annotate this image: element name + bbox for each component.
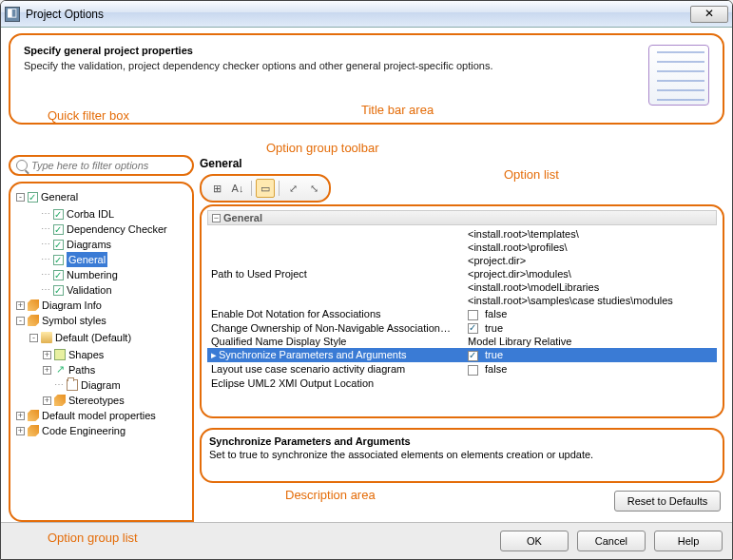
tree-node[interactable]: ⋯Diagrams [29, 237, 111, 252]
option-value[interactable]: true [464, 348, 717, 362]
option-value[interactable]: <install.root>\modelLibraries [464, 280, 717, 294]
tag-icon [28, 425, 39, 436]
tree-label[interactable]: General [41, 189, 78, 204]
option-name[interactable]: Qualified Name Display Style [207, 335, 464, 348]
pkg-icon [67, 379, 78, 391]
tree-label[interactable]: General [67, 252, 107, 267]
checkbox-icon[interactable] [53, 209, 64, 220]
close-icon[interactable]: ✕ [690, 6, 728, 23]
tree-node[interactable]: -Symbol styles [16, 313, 106, 328]
tree-node[interactable]: ⋯Validation [29, 282, 112, 298]
option-group-list: -General⋯Corba IDL⋯Dependency Checker⋯Di… [9, 182, 194, 522]
tree-node[interactable]: ⋯General [29, 252, 107, 267]
collapse-icon[interactable]: - [16, 317, 25, 325]
tree-node[interactable]: ⋯Numbering [29, 267, 118, 282]
option-value[interactable]: <install.root>\templates\ [464, 227, 717, 241]
tree-node[interactable]: +↗Paths [43, 362, 95, 377]
checkbox-icon[interactable] [53, 255, 64, 265]
tree-label[interactable]: Default (Default) [55, 330, 131, 345]
option-value[interactable]: <project.dir>\modules\ [464, 267, 717, 280]
tree-label[interactable]: Diagrams [67, 237, 111, 252]
collapse-icon[interactable]: - [16, 193, 25, 202]
sort-az-icon[interactable]: A↓ [228, 179, 247, 198]
option-value[interactable]: <project.dir> [464, 254, 717, 267]
option-name [207, 254, 464, 267]
option-name[interactable]: Change Ownership of Non-Navigable Associ… [207, 321, 464, 336]
expand-icon[interactable]: + [16, 412, 25, 420]
checkbox-icon[interactable] [53, 240, 64, 250]
expand-icon[interactable]: + [43, 366, 51, 375]
tree-label[interactable]: Diagram [81, 377, 121, 393]
option-section-header[interactable]: − General [207, 210, 717, 225]
expand-icon[interactable]: + [43, 396, 51, 405]
checkbox-icon[interactable] [53, 270, 64, 280]
square-icon [54, 349, 66, 360]
option-name[interactable] [207, 227, 464, 241]
tree-label[interactable]: Paths [68, 362, 95, 377]
tree-node[interactable]: -General [16, 189, 78, 204]
option-value[interactable]: <install.root>\profiles\ [464, 241, 717, 254]
checkbox-icon[interactable] [468, 365, 478, 376]
tree-node[interactable]: +Diagram Info [16, 298, 102, 313]
tree-label[interactable]: Shapes [68, 347, 104, 362]
option-value[interactable]: false [464, 307, 717, 321]
option-value[interactable]: false [464, 362, 717, 377]
tree-node[interactable]: ⋯Corba IDL [29, 206, 114, 222]
tree-node[interactable]: +Shapes [43, 347, 104, 362]
tree-label[interactable]: Code Engineering [42, 423, 125, 438]
collapse-icon[interactable]: − [212, 214, 221, 222]
tree-node[interactable]: -Default (Default) [29, 330, 131, 345]
collapse-icon[interactable]: - [29, 334, 38, 342]
checkbox-icon[interactable] [28, 192, 38, 203]
checkbox-icon[interactable] [53, 224, 64, 235]
tree-label[interactable]: Corba IDL [67, 206, 114, 222]
ok-button[interactable]: OK [500, 531, 569, 551]
tag-icon [28, 315, 39, 326]
collapse-all-icon[interactable]: ⤡ [304, 179, 323, 198]
tree-node[interactable]: ⋯Dependency Checker [29, 222, 167, 237]
folder-icon [41, 332, 52, 343]
checkbox-icon[interactable] [468, 310, 478, 320]
reset-to-defaults-button[interactable]: Reset to Defaults [614, 491, 721, 512]
tree-label[interactable]: Stereotypes [68, 393, 125, 408]
cancel-button[interactable]: Cancel [577, 531, 646, 551]
dialog-footer: OK Cancel Help [1, 522, 732, 559]
tree-label[interactable]: Diagram Info [42, 298, 102, 313]
option-value[interactable]: Model Library Relative [464, 335, 717, 348]
tree-node[interactable]: +Stereotypes [43, 393, 125, 408]
checkbox-icon[interactable] [468, 323, 478, 334]
search-icon [16, 160, 28, 171]
tree-label[interactable]: Symbol styles [42, 313, 106, 328]
header-title: Specify general project properties [24, 45, 641, 56]
option-value[interactable]: true [464, 321, 717, 336]
checkbox-icon[interactable] [53, 285, 64, 296]
option-name[interactable]: Eclipse UML2 XMI Output Location [207, 377, 464, 390]
tree-label[interactable]: Default model properties [42, 408, 156, 423]
categorize-icon[interactable]: ⊞ [207, 179, 226, 198]
tree-node[interactable]: ⋯Diagram [43, 377, 121, 393]
checkbox-icon[interactable] [468, 351, 478, 361]
option-value[interactable] [464, 377, 717, 390]
expand-icon[interactable]: + [16, 301, 25, 310]
option-value[interactable]: <install.root>\samples\case studies\modu… [464, 294, 717, 307]
tag-icon [28, 410, 39, 421]
expand-icon[interactable]: + [43, 351, 51, 359]
titlebar: Project Options ✕ [1, 1, 732, 28]
view-mode-icon[interactable]: ▭ [256, 179, 275, 198]
callout-toolbar: Option group toolbar [266, 141, 379, 155]
tree-node[interactable]: +Code Engineering [16, 423, 125, 438]
option-name[interactable]: Layout use case scenario activity diagra… [207, 362, 464, 377]
help-button[interactable]: Help [654, 531, 723, 551]
tree-label[interactable]: Validation [67, 282, 112, 298]
tree-node[interactable]: +Default model properties [16, 408, 156, 423]
option-name[interactable]: Synchronize Parameters and Arguments [207, 348, 464, 362]
expand-icon[interactable]: + [16, 427, 25, 435]
header-illustration [648, 45, 709, 106]
tree-label[interactable]: Dependency Checker [67, 222, 167, 237]
tree-label[interactable]: Numbering [67, 267, 118, 282]
expand-all-icon[interactable]: ⤢ [283, 179, 302, 198]
filter-input[interactable] [31, 160, 186, 171]
option-name[interactable]: Enable Dot Notation for Associations [207, 307, 464, 321]
app-icon [5, 7, 20, 22]
tag-icon [28, 299, 39, 311]
